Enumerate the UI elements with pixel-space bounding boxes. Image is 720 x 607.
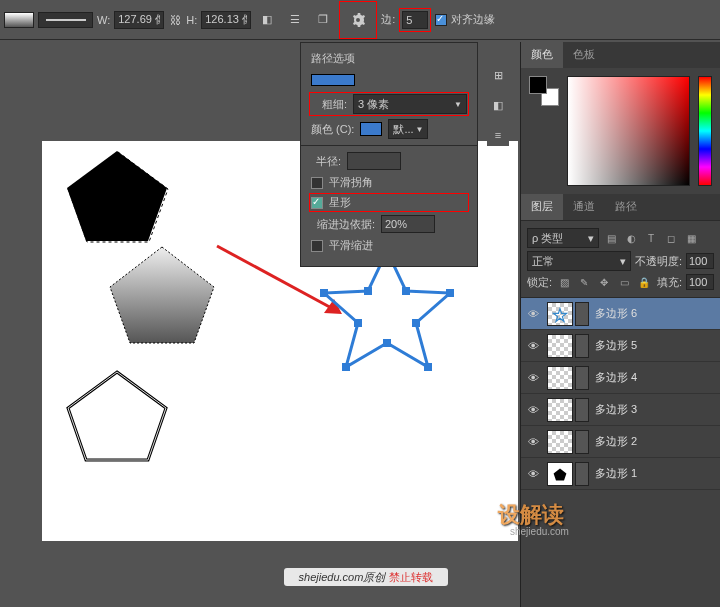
layer-thumbnail[interactable] [547, 462, 573, 486]
layer-row[interactable]: 👁 多边形 3 [521, 394, 720, 426]
chevron-down-icon: ▼ [454, 100, 462, 109]
layers-list: 👁 多边形 6 👁 多边形 5 👁 多边形 4 👁 多边形 3 👁 多边形 2 … [521, 297, 720, 607]
path-ops-square-icon[interactable]: ◧ [255, 8, 279, 32]
indent-label: 缩进边依据: [311, 217, 375, 232]
indent-input[interactable] [381, 215, 435, 233]
layer-name[interactable]: 多边形 2 [595, 434, 637, 449]
star-checkbox[interactable] [311, 197, 323, 209]
opacity-label: 不透明度: [635, 254, 682, 269]
tab-swatches[interactable]: 色板 [563, 42, 605, 68]
color-picker-field[interactable] [567, 76, 690, 186]
vector-mask-thumb[interactable] [575, 366, 589, 390]
thickness-label: 粗细: [311, 97, 347, 112]
svg-rect-17 [320, 289, 328, 297]
dock-icon-1[interactable]: ⊞ [487, 64, 509, 86]
tab-paths[interactable]: 路径 [605, 194, 647, 220]
layer-row[interactable]: 👁 多边形 4 [521, 362, 720, 394]
visibility-eye-icon[interactable]: 👁 [525, 308, 541, 320]
height-input[interactable] [201, 11, 251, 29]
layer-thumbnail[interactable] [547, 366, 573, 390]
blend-mode-select[interactable]: 正常▾ [527, 251, 631, 271]
collapsed-panel-dock: ⊞ ◧ ≡ [487, 60, 515, 146]
dock-icon-2[interactable]: ◧ [487, 94, 509, 116]
footer-text: shejiedu.com原创 [299, 570, 386, 585]
visibility-eye-icon[interactable]: 👁 [525, 436, 541, 448]
layer-name[interactable]: 多边形 5 [595, 338, 637, 353]
layer-row[interactable]: 👁 多边形 6 [521, 298, 720, 330]
layer-thumbnail[interactable] [547, 334, 573, 358]
popup-color-strip[interactable] [311, 74, 355, 86]
radius-input[interactable] [347, 152, 401, 170]
vector-mask-thumb[interactable] [575, 398, 589, 422]
star-label: 星形 [329, 195, 351, 210]
svg-rect-10 [402, 287, 410, 295]
layer-row[interactable]: 👁 多边形 2 [521, 426, 720, 458]
fill-swatch[interactable] [4, 12, 34, 28]
path-color-swatch[interactable] [360, 122, 382, 136]
svg-rect-18 [364, 287, 372, 295]
filter-shape-icon[interactable]: ◻ [663, 230, 679, 246]
fg-bg-swatch[interactable] [529, 76, 559, 106]
svg-marker-8 [324, 251, 450, 367]
smooth-corner-checkbox[interactable] [311, 177, 323, 189]
lock-artboard-icon[interactable]: ▭ [616, 274, 632, 290]
path-align-icon[interactable]: ☰ [283, 8, 307, 32]
opacity-input[interactable] [686, 253, 714, 269]
visibility-eye-icon[interactable]: 👁 [525, 372, 541, 384]
dock-icon-3[interactable]: ≡ [487, 124, 509, 146]
visibility-eye-icon[interactable]: 👁 [525, 340, 541, 352]
filter-smart-icon[interactable]: ▦ [683, 230, 699, 246]
hue-slider[interactable] [698, 76, 712, 186]
shape-pentagon-outline [62, 366, 172, 466]
visibility-eye-icon[interactable]: 👁 [525, 468, 541, 480]
layer-name[interactable]: 多边形 1 [595, 466, 637, 481]
layer-thumbnail[interactable] [547, 398, 573, 422]
vector-mask-thumb[interactable] [575, 302, 589, 326]
align-edges-checkbox[interactable]: 对齐边缘 [435, 12, 495, 27]
fg-color[interactable] [529, 76, 547, 94]
gear-icon[interactable] [342, 4, 374, 36]
footer-ban: 禁止转载 [389, 570, 433, 585]
lock-paint-icon[interactable]: ✎ [576, 274, 592, 290]
filter-image-icon[interactable]: ▤ [603, 230, 619, 246]
layer-row[interactable]: 👁 多边形 5 [521, 330, 720, 362]
svg-marker-0 [67, 151, 167, 241]
layer-row[interactable]: 👁 多边形 1 [521, 458, 720, 490]
svg-rect-16 [354, 319, 362, 327]
svg-rect-11 [446, 289, 454, 297]
path-arrange-icon[interactable]: ❐ [311, 8, 335, 32]
smooth-indent-checkbox[interactable] [311, 240, 323, 252]
filter-adjust-icon[interactable]: ◐ [623, 230, 639, 246]
layer-thumbnail[interactable] [547, 430, 573, 454]
lock-transparency-icon[interactable]: ▨ [556, 274, 572, 290]
vector-mask-thumb[interactable] [575, 462, 589, 486]
color-select[interactable]: 默... ▼ [388, 119, 428, 139]
width-input[interactable] [114, 11, 164, 29]
thickness-select[interactable]: 3 像素 ▼ [353, 94, 467, 114]
layer-name[interactable]: 多边形 3 [595, 402, 637, 417]
link-wh-icon[interactable]: ⛓ [168, 13, 182, 27]
vector-mask-thumb[interactable] [575, 430, 589, 454]
layer-filter-select[interactable]: ρ 类型▾ [527, 228, 599, 248]
options-bar: W: ⛓ H: ◧ ☰ ❐ 边: 对齐边缘 [0, 0, 720, 40]
tab-layers[interactable]: 图层 [521, 194, 563, 220]
popup-title: 路径选项 [311, 51, 467, 66]
fill-input[interactable] [686, 274, 714, 290]
smooth-indent-label: 平滑缩进 [329, 238, 373, 253]
layer-name[interactable]: 多边形 6 [595, 306, 637, 321]
blend-mode-value: 正常 [532, 254, 554, 269]
sides-input[interactable] [402, 11, 428, 29]
tab-channels[interactable]: 通道 [563, 194, 605, 220]
tab-color[interactable]: 颜色 [521, 42, 563, 68]
visibility-eye-icon[interactable]: 👁 [525, 404, 541, 416]
layer-thumbnail[interactable] [547, 302, 573, 326]
align-edges-label: 对齐边缘 [451, 12, 495, 27]
stroke-style-dropdown[interactable] [38, 12, 93, 28]
lock-position-icon[interactable]: ✥ [596, 274, 612, 290]
vector-mask-thumb[interactable] [575, 334, 589, 358]
layer-name[interactable]: 多边形 4 [595, 370, 637, 385]
svg-marker-20 [554, 468, 567, 480]
lock-all-icon[interactable]: 🔒 [636, 274, 652, 290]
filter-type-icon[interactable]: T [643, 230, 659, 246]
footer-badge: shejiedu.com原创 禁止转载 [284, 568, 448, 586]
